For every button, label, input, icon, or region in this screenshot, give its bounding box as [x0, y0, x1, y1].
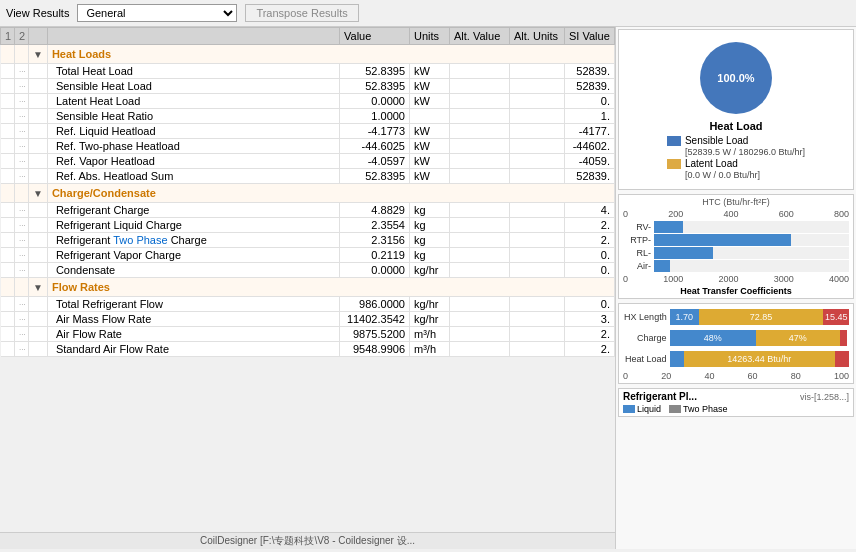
expand-cell[interactable]: ▼ — [29, 278, 48, 297]
row-alt-units — [510, 233, 565, 248]
col1 — [1, 184, 15, 203]
row-si-value: 0. — [565, 94, 615, 109]
row-name: Condensate — [47, 263, 339, 278]
col1-data — [1, 342, 15, 357]
col2-data: ··· — [15, 233, 29, 248]
view-results-label: View Results — [6, 7, 69, 19]
indent-cell — [29, 312, 48, 327]
stacked-segment: 14263.44 Btu/hr — [684, 351, 835, 367]
row-alt-value — [450, 124, 510, 139]
htc-bar-area — [654, 260, 849, 272]
indent-cell — [29, 169, 48, 184]
expand-cell[interactable]: ▼ — [29, 45, 48, 64]
row-alt-value — [450, 79, 510, 94]
row-value: 52.8395 — [340, 64, 410, 79]
row-alt-value — [450, 139, 510, 154]
row-alt-units — [510, 94, 565, 109]
row-value: 986.0000 — [340, 297, 410, 312]
pie-chart-svg: 100.0% — [696, 38, 776, 118]
stacked-segment: 15.45 — [823, 309, 849, 325]
row-alt-units — [510, 263, 565, 278]
row-si-value: -4059. — [565, 154, 615, 169]
col1-data — [1, 327, 15, 342]
row-si-value: 52839. — [565, 169, 615, 184]
row-value: 9548.9906 — [340, 342, 410, 357]
row-units: m³/h — [410, 327, 450, 342]
row-si-value: 2. — [565, 342, 615, 357]
stacked-bar: 48%47% — [670, 330, 849, 346]
row-alt-units — [510, 154, 565, 169]
section-label: Charge/Condensate — [47, 184, 614, 203]
row-alt-value — [450, 312, 510, 327]
refrigerant-chart: Refrigerant Pl... vis-[1.258...] Liquid … — [618, 388, 854, 417]
col-1-header: 1 — [1, 28, 15, 45]
col2-data: ··· — [15, 203, 29, 218]
refrig-label-twophase: Two Phase — [683, 404, 728, 414]
col-expand-header — [29, 28, 48, 45]
col-value-header: Value — [340, 28, 410, 45]
htc-bar-row: Air- — [623, 260, 849, 272]
row-si-value: 52839. — [565, 64, 615, 79]
stacked-row-label: Heat Load — [623, 354, 667, 364]
indent-cell — [29, 64, 48, 79]
row-si-value: 0. — [565, 248, 615, 263]
stacked-bar: 14263.44 Btu/hr — [670, 351, 849, 367]
htc-chart: HTC (Btu/hr-ft²F) 0 200 400 600 800 RV- … — [618, 194, 854, 299]
row-name: Refrigerant Two Phase Charge — [47, 233, 339, 248]
refrig-color-liquid — [623, 405, 635, 413]
htc-bar — [654, 234, 791, 246]
refrig-subtitle: vis-[1.258...] — [800, 392, 849, 402]
legend-text-sensible: Sensible Load [52839.5 W / 180296.0 Btu/… — [685, 135, 805, 157]
row-value: 9875.5200 — [340, 327, 410, 342]
stacked-axis: 0 20 40 60 80 100 — [623, 371, 849, 381]
refrig-label-liquid: Liquid — [637, 404, 661, 414]
right-panel: 100.0% Heat Load Sensible Load [52839.5 … — [616, 27, 856, 549]
row-name: Latent Heat Load — [47, 94, 339, 109]
htc-bar-area — [654, 221, 849, 233]
row-alt-value — [450, 297, 510, 312]
row-name: Total Heat Load — [47, 64, 339, 79]
col2-data: ··· — [15, 327, 29, 342]
table-row: ··· Total Refrigerant Flow 986.0000 kg/h… — [1, 297, 615, 312]
row-alt-value — [450, 263, 510, 278]
indent-cell — [29, 233, 48, 248]
row-name: Ref. Two-phase Heatload — [47, 139, 339, 154]
row-value: 2.3554 — [340, 218, 410, 233]
refrig-color-twophase — [669, 405, 681, 413]
col1-data — [1, 64, 15, 79]
stacked-segment — [670, 351, 684, 367]
table-row: ··· Refrigerant Two Phase Charge 2.3156 … — [1, 233, 615, 248]
col1-data — [1, 124, 15, 139]
table-row: ··· Sensible Heat Load 52.8395 kW 52839. — [1, 79, 615, 94]
htc-top-label: HTC (Btu/hr-ft²F) — [623, 197, 849, 207]
legend-item-latent: Latent Load [0.0 W / 0.0 Btu/hr] — [667, 158, 805, 180]
row-alt-units — [510, 203, 565, 218]
row-alt-value — [450, 327, 510, 342]
row-si-value: 2. — [565, 233, 615, 248]
row-alt-units — [510, 248, 565, 263]
htc-row-label: RTP- — [623, 235, 651, 245]
stacked-segment: 72.85 — [699, 309, 824, 325]
row-alt-units — [510, 124, 565, 139]
htc-row-label: RL- — [623, 248, 651, 258]
transpose-button[interactable]: Transpose Results — [245, 4, 358, 22]
row-units: kW — [410, 124, 450, 139]
view-results-select[interactable]: General — [77, 4, 237, 22]
row-name: Ref. Abs. Heatload Sum — [47, 169, 339, 184]
stacked-segment: 47% — [756, 330, 840, 346]
stacked-row-label: HX Length — [623, 312, 667, 322]
col1-data — [1, 169, 15, 184]
section-label: Heat Loads — [47, 45, 614, 64]
row-alt-units — [510, 169, 565, 184]
row-name: Air Mass Flow Rate — [47, 312, 339, 327]
stacked-row: HX Length 1.7072.8515.45 — [623, 307, 849, 327]
row-alt-units — [510, 342, 565, 357]
table-container[interactable]: 1 2 Value Units Alt. Value Alt. Units SI… — [0, 27, 615, 532]
col2-data: ··· — [15, 297, 29, 312]
stacked-row-label: Charge — [623, 333, 667, 343]
expand-cell[interactable]: ▼ — [29, 184, 48, 203]
row-si-value: 0. — [565, 297, 615, 312]
stacked-segment — [840, 330, 847, 346]
row-si-value: 2. — [565, 327, 615, 342]
row-units: kg — [410, 203, 450, 218]
